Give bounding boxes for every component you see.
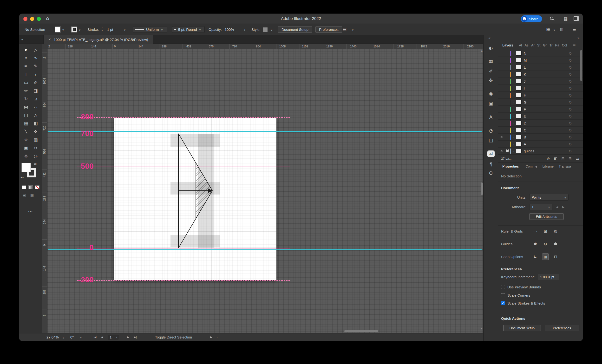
keyboard-increment-field[interactable]: 1.0001 pt (538, 274, 559, 280)
symbols-panel-icon[interactable]: ✤ (484, 77, 498, 83)
history-panel-icon[interactable]: ◔ (484, 127, 498, 134)
magic-wand-tool[interactable]: ✦ (22, 54, 30, 62)
previous-artboard-icon[interactable]: ◀ (556, 205, 558, 209)
panel-tab-gr[interactable]: Gr (543, 43, 547, 47)
target-circle-icon[interactable]: ○ (567, 79, 574, 83)
artboard-dropdown[interactable]: 1 (529, 204, 552, 210)
line-segment-tool[interactable]: ∕ (32, 71, 40, 78)
units-dropdown[interactable]: Points (529, 194, 569, 201)
brush-definition-dropdown[interactable]: 5 pt. Round (172, 26, 205, 33)
panel-tab-st[interactable]: St (537, 43, 540, 47)
panel-tab-ar[interactable]: Ar (531, 43, 535, 47)
vertical-scrollbar[interactable]: ▲ ▼ (480, 50, 483, 330)
edit-toolbar-button[interactable]: ••• (22, 209, 39, 213)
fill-color-well[interactable] (22, 163, 31, 172)
scroll-left-icon[interactable]: ‹ (217, 333, 218, 341)
variable-width-profile-dropdown[interactable]: Uniform (133, 26, 167, 33)
stroke-weight-value[interactable]: 1 pt (107, 24, 113, 35)
target-circle-icon[interactable]: ○ (567, 107, 574, 111)
style-chevron-icon[interactable] (271, 24, 273, 36)
layer-row[interactable]: ›L○ (498, 64, 583, 71)
symbol-sprayer-tool[interactable]: ❈ (22, 136, 30, 143)
opacity-value[interactable]: 100% (225, 24, 234, 35)
selection-tool[interactable]: ➤ (22, 46, 30, 54)
hand-tool[interactable]: ✥ (22, 153, 30, 160)
checkbox[interactable] (501, 293, 505, 297)
swap-fill-stroke-icon[interactable]: ⇄ (34, 162, 37, 166)
expand-chevron-icon[interactable]: › (512, 58, 516, 62)
target-circle-icon[interactable]: ○ (567, 86, 574, 90)
close-document-icon[interactable]: × (48, 37, 51, 42)
document-setup-button[interactable]: Document Setup (278, 26, 312, 33)
new-sublayer-icon[interactable]: ⊟ (561, 157, 565, 161)
blend-tool[interactable]: ❖ (32, 128, 40, 135)
rotation-chevron-icon[interactable] (80, 333, 82, 341)
layer-row[interactable]: ›F○ (498, 106, 583, 113)
layer-row[interactable]: ›N○ (498, 50, 583, 57)
visibility-toggle[interactable] (498, 149, 505, 153)
target-circle-icon[interactable]: ○ (567, 65, 574, 69)
quick-preferences-button[interactable]: Preferences (545, 325, 579, 331)
eraser-tool[interactable]: ◨ (32, 87, 40, 94)
make-clipping-mask-icon[interactable]: ◧ (554, 157, 557, 161)
panel-tab-pa[interactable]: Pa (555, 43, 559, 47)
document-tab[interactable]: × 1000 pt TEMPLATE_Legacy.ai* @ 27.04 % … (43, 35, 153, 44)
artwork-drawing[interactable] (42, 44, 483, 333)
status-popup-icon[interactable]: ▶ (210, 333, 212, 341)
rotate-tool[interactable]: ↻ (22, 95, 30, 103)
layer-row[interactable]: ›D○ (498, 120, 583, 127)
scroll-up-icon[interactable]: ▲ (480, 50, 483, 52)
snap-to-grid-icon[interactable]: ⊞ (542, 254, 549, 260)
panel-tab-col[interactable]: Col (562, 43, 567, 47)
horizontal-scroll-handle[interactable] (344, 330, 378, 332)
rectangle-tool[interactable]: ▭ (22, 79, 30, 86)
panel-menu-icon[interactable]: ≡ (573, 43, 576, 47)
zoom-tool[interactable]: ◎ (32, 153, 40, 160)
expand-chevron-icon[interactable]: › (512, 86, 516, 90)
fill-chevron-icon[interactable] (62, 24, 64, 36)
preferences-button[interactable]: Preferences (315, 26, 342, 33)
toggle-rulers-icon[interactable]: ▭ (532, 228, 539, 235)
checkbox[interactable] (501, 285, 505, 289)
free-transform-tool[interactable]: ▱ (32, 104, 40, 111)
properties-tab-comme[interactable]: Comme (526, 164, 537, 168)
next-artboard-button[interactable]: ▶ (127, 333, 129, 341)
last-artboard-button[interactable]: ▶| (134, 333, 137, 341)
expand-chevron-icon[interactable]: › (512, 128, 516, 132)
stroke-swatch-chevron-icon[interactable] (79, 24, 81, 36)
align-chevron-icon[interactable] (352, 24, 354, 36)
target-circle-icon[interactable]: ○ (567, 142, 574, 146)
align-options-icon[interactable]: ▤ (343, 24, 346, 35)
target-circle-icon[interactable]: ○ (567, 121, 574, 125)
collapse-strip-icon[interactable]: « (488, 36, 491, 41)
expand-panels-icon[interactable]: » (577, 36, 580, 41)
transparency-grid-icon[interactable]: ▨ (552, 228, 559, 235)
expand-chevron-icon[interactable]: › (512, 114, 516, 118)
scale-tool[interactable]: ⊿ (32, 95, 40, 103)
arrange-chevron-icon[interactable] (553, 24, 555, 36)
expand-chevron-icon[interactable]: › (512, 142, 516, 146)
status-display[interactable]: Toggle Direct Selection (155, 333, 192, 341)
lasso-tool[interactable]: ∿ (32, 54, 40, 62)
first-artboard-button[interactable]: |◀ (93, 333, 96, 341)
layer-row[interactable]: ›G○ (498, 99, 583, 106)
panel-tab-layers[interactable]: Layers (502, 43, 513, 47)
snap-to-point-icon[interactable]: ∟ (532, 254, 539, 260)
gradient-mode-button[interactable] (28, 185, 33, 189)
target-circle-icon[interactable]: ○ (567, 135, 574, 139)
stroke-panel-icon[interactable]: ▣ (484, 100, 498, 107)
libraries-panel-icon[interactable]: ◫ (484, 137, 498, 143)
next-artboard-icon[interactable]: ▶ (562, 205, 564, 209)
show-grid-icon[interactable]: ⊞ (542, 228, 549, 235)
target-circle-icon[interactable]: ○ (567, 93, 574, 97)
target-circle-icon[interactable]: ○ (567, 52, 574, 55)
ruler-origin-corner[interactable] (42, 44, 47, 49)
share-button[interactable]: ☻ Share (521, 15, 542, 22)
shaper-tool[interactable]: ✏ (22, 87, 30, 94)
stroke-color-swatch[interactable] (72, 27, 77, 32)
gradient-panel-icon[interactable]: ◉ (484, 91, 498, 97)
target-circle-icon[interactable]: ○ (567, 128, 574, 132)
expand-chevron-icon[interactable]: › (512, 135, 516, 139)
layer-row[interactable]: ›C○ (498, 127, 583, 134)
edit-artboards-button[interactable]: Edit Artboards (529, 213, 564, 220)
